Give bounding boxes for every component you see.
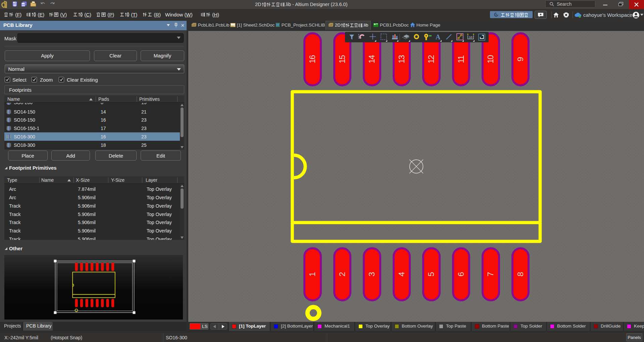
svg-text:10: 10 — [469, 36, 472, 39]
svg-text:A: A — [436, 33, 441, 41]
